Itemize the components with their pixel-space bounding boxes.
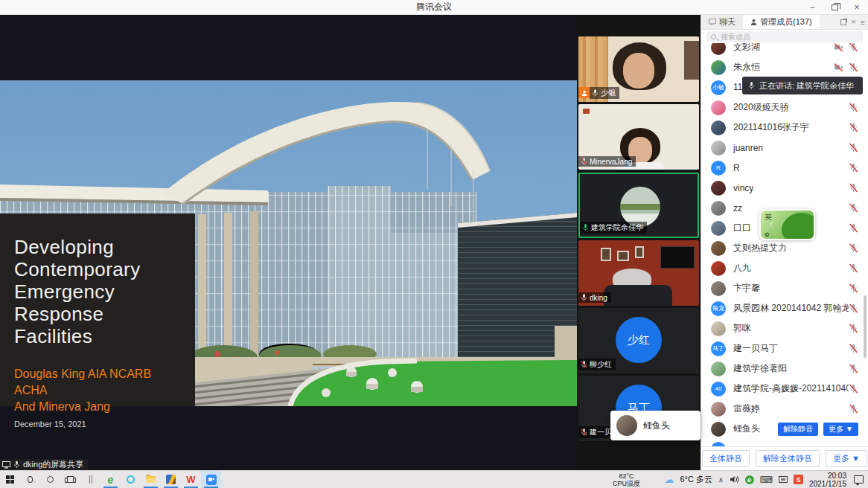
- taskbar-app-ie[interactable]: e: [100, 471, 121, 488]
- unmute-member-button[interactable]: 解除静音: [778, 423, 818, 436]
- taskbar-app-meeting[interactable]: [201, 471, 221, 488]
- avatar: 马丁: [711, 341, 726, 356]
- member-name: 建筑学院-高媛媛-2021141040: [733, 382, 849, 395]
- taskbar-divider: [80, 471, 100, 488]
- cyan-ring-icon: [127, 475, 135, 484]
- tile-label: 柳少红: [578, 359, 616, 370]
- member-row[interactable]: 雷薇婷: [701, 399, 868, 419]
- mic-muted-icon[interactable]: [849, 183, 858, 193]
- member-row[interactable]: 朱永恒: [701, 57, 868, 77]
- wps-icon: W: [186, 475, 195, 484]
- window-title: 腾讯会议: [416, 1, 452, 13]
- member-more-button[interactable]: 更多 ▼: [823, 423, 858, 436]
- taskbar-app-browser360[interactable]: [121, 471, 141, 488]
- camera-muted-icon[interactable]: [834, 43, 843, 52]
- member-row[interactable]: 翰龙风景园林 2020141042 郭翰龙: [701, 298, 868, 318]
- member-name: 鲤鱼头: [733, 423, 760, 435]
- avatar: 少红: [616, 317, 662, 363]
- mic-muted-icon[interactable]: [849, 384, 858, 394]
- camera-muted-icon[interactable]: [834, 62, 843, 72]
- mic-muted-icon: [581, 157, 587, 166]
- taskbar-app-explorer[interactable]: [141, 471, 161, 488]
- action-center-icon[interactable]: [854, 475, 864, 484]
- tile-label: MinervaJang: [578, 156, 636, 167]
- mic-muted-icon[interactable]: [849, 304, 858, 313]
- mic-muted-icon[interactable]: [849, 243, 858, 253]
- member-row[interactable]: 鲤鱼头解除静音更多 ▼: [701, 419, 868, 439]
- slide-authors: Douglas King AIA NCARB ACHA And Minerva …: [14, 366, 185, 415]
- close-panel-icon[interactable]: ×: [851, 18, 855, 26]
- video-tile[interactable]: 少红柳少红: [578, 308, 699, 373]
- mic-muted-icon[interactable]: [849, 62, 858, 72]
- member-row[interactable]: [701, 439, 868, 446]
- member-row[interactable]: 艾则热提艾力: [701, 238, 868, 258]
- speaking-text: 正在讲话: 建筑学院余佳华: [759, 80, 854, 92]
- member-row[interactable]: 郭咪: [701, 318, 868, 338]
- video-tile[interactable]: MinervaJang: [578, 104, 699, 170]
- keyboard-icon[interactable]: ⌨: [760, 475, 773, 484]
- task-view-button[interactable]: [60, 471, 80, 488]
- speaking-indicator-tooltip: 正在讲话: 建筑学院余佳华: [742, 77, 863, 94]
- mic-muted-icon[interactable]: [849, 364, 858, 373]
- cpu-temp-value: 82°C: [594, 472, 658, 480]
- cpu-temp-label: CPU温度: [594, 480, 658, 487]
- network-icon[interactable]: [779, 476, 788, 483]
- mic-muted-icon[interactable]: [849, 344, 858, 353]
- tab-manage-members[interactable]: 管理成员(137): [743, 15, 820, 29]
- footer-more-button[interactable]: 更多 ▼: [826, 450, 867, 467]
- member-row[interactable]: 建筑学徐著阳: [701, 359, 868, 379]
- member-name: 口口: [733, 222, 751, 234]
- tab-chat[interactable]: 聊天: [701, 15, 743, 29]
- maximize-button[interactable]: [823, 0, 846, 15]
- mute-all-button[interactable]: 全体静音: [702, 450, 750, 467]
- member-row[interactable]: vincy: [701, 178, 868, 198]
- mic-muted-icon[interactable]: [849, 43, 858, 52]
- taskbar-app-viewer[interactable]: [161, 471, 181, 488]
- mic-muted-icon[interactable]: [849, 143, 858, 152]
- mic-muted-icon[interactable]: [849, 324, 858, 333]
- browser-e-icon: e: [108, 475, 114, 485]
- member-row[interactable]: 40建筑学院-高媛媛-2021141040: [701, 379, 868, 399]
- member-list-scrollbar[interactable]: [864, 295, 867, 358]
- member-row[interactable]: 八九: [701, 258, 868, 278]
- cortana-button[interactable]: [40, 471, 60, 488]
- sogou-input-icon[interactable]: S: [794, 475, 803, 484]
- tray-browser-icon[interactable]: e: [745, 475, 754, 484]
- member-row[interactable]: 2021141016张子宇: [701, 118, 868, 138]
- member-row[interactable]: juanren: [701, 138, 868, 158]
- taskbar-clock[interactable]: 20:03 2021/12/15: [809, 472, 846, 488]
- mic-muted-icon[interactable]: [849, 163, 858, 173]
- minimize-button[interactable]: −: [801, 0, 823, 15]
- video-tile[interactable]: 少银: [578, 36, 699, 102]
- weather-text[interactable]: 6°C 多云: [680, 474, 712, 485]
- start-button[interactable]: [0, 471, 20, 488]
- tray-expand-icon[interactable]: ∧: [718, 476, 724, 484]
- mic-muted-icon[interactable]: [849, 263, 858, 273]
- mic-muted-icon[interactable]: [849, 123, 858, 132]
- windows-logo-icon: [6, 475, 14, 484]
- search-members-input[interactable]: [719, 32, 858, 42]
- mic-muted-icon[interactable]: [849, 223, 858, 233]
- member-row[interactable]: 卞宇馨: [701, 278, 868, 298]
- volume-icon[interactable]: [730, 475, 739, 484]
- member-list: 文彩湖朱永恒小敏11钟小敏2020级姬天骄2021141016张子宇juanre…: [701, 43, 868, 446]
- close-button[interactable]: ×: [846, 0, 868, 15]
- popout-panel-icon[interactable]: [840, 19, 846, 25]
- leaf-icon: [778, 209, 815, 240]
- mic-muted-icon[interactable]: [849, 203, 858, 213]
- member-row[interactable]: 文彩湖: [701, 43, 868, 57]
- taskbar-app-wps[interactable]: W: [181, 471, 201, 488]
- avatar: [620, 187, 660, 227]
- unmute-all-button[interactable]: 解除全体静音: [756, 450, 820, 467]
- member-row[interactable]: 2020级姬天骄: [701, 97, 868, 118]
- video-tile[interactable]: dking: [578, 240, 699, 306]
- member-row[interactable]: RR: [701, 158, 868, 178]
- taskbar-search-button[interactable]: [20, 471, 40, 488]
- mic-muted-icon[interactable]: [849, 283, 858, 293]
- mic-muted-icon[interactable]: [849, 404, 858, 414]
- panel-menu-icon[interactable]: ≡: [861, 18, 865, 27]
- tencent-meeting-window: 腾讯会议 − ×: [0, 0, 868, 488]
- video-tile[interactable]: 建筑学院余佳华: [578, 173, 699, 238]
- mic-muted-icon[interactable]: [849, 103, 858, 112]
- member-row[interactable]: 马丁建一贝马丁: [701, 338, 868, 359]
